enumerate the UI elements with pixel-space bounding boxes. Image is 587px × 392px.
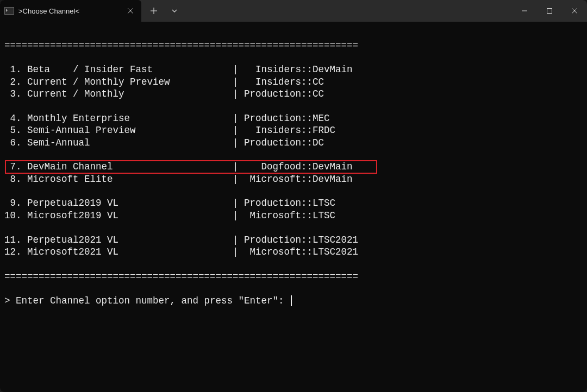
titlebar-left: >Choose Channel< (0, 0, 187, 22)
tab-actions (141, 3, 187, 19)
option-line-highlighted: 7. DevMain Channel | Dogfood::DevMain (4, 161, 353, 172)
active-tab[interactable]: >Choose Channel< (0, 0, 141, 22)
close-icon (127, 8, 134, 14)
close-icon (571, 8, 578, 14)
tab-close-button[interactable] (126, 7, 135, 15)
option-line: 2. Current / Monthly Preview | Insiders:… (4, 77, 324, 87)
option-line: 4. Monthly Enterprise | Production::MEC (4, 113, 330, 124)
option-line: 10. Microsoft2019 VL | Microsoft::LTSC (4, 210, 335, 221)
option-line: 8. Microsoft Elite | Microsoft::DevMain (4, 174, 353, 185)
divider-line: ========================================… (4, 271, 358, 282)
prompt-line: > Enter Channel option number, and press… (4, 295, 290, 306)
text-cursor (291, 295, 292, 306)
minimize-button[interactable] (512, 0, 537, 22)
option-line: 3. Current / Monthly | Production::CC (4, 88, 324, 99)
window-controls (512, 0, 587, 22)
chevron-down-icon (171, 7, 178, 15)
option-line: 12. Microsoft2021 VL | Microsoft::LTSC20… (4, 246, 358, 257)
blank-line (4, 186, 10, 197)
blank-line (4, 100, 10, 111)
option-line: 11. Perpetual2021 VL | Production::LTSC2… (4, 235, 358, 245)
tab-title: >Choose Channel< (18, 7, 122, 15)
blank-line (4, 149, 10, 160)
new-tab-button[interactable] (145, 3, 163, 19)
minimize-icon (521, 8, 528, 14)
titlebar: >Choose Channel< (0, 0, 587, 22)
blank-line (4, 222, 10, 233)
svg-rect-5 (547, 9, 552, 14)
option-line: 6. Semi-Annual | Production::DC (4, 137, 324, 148)
option-line: 9. Perpetual2019 VL | Production::LTSC (4, 198, 335, 208)
divider-line: ========================================… (4, 40, 358, 50)
terminal-icon (4, 7, 14, 15)
maximize-icon (546, 8, 553, 14)
terminal-output[interactable]: ========================================… (0, 22, 587, 392)
blank-line (4, 258, 10, 269)
option-line: 1. Beta / Insider Fast | Insiders::DevMa… (4, 64, 353, 75)
tab-dropdown-button[interactable] (165, 3, 184, 19)
blank-line (4, 52, 10, 63)
maximize-button[interactable] (537, 0, 562, 22)
blank-line (4, 283, 10, 294)
option-line: 5. Semi-Annual Preview | Insiders::FRDC (4, 125, 335, 136)
plus-icon (150, 7, 158, 15)
close-window-button[interactable] (562, 0, 587, 22)
